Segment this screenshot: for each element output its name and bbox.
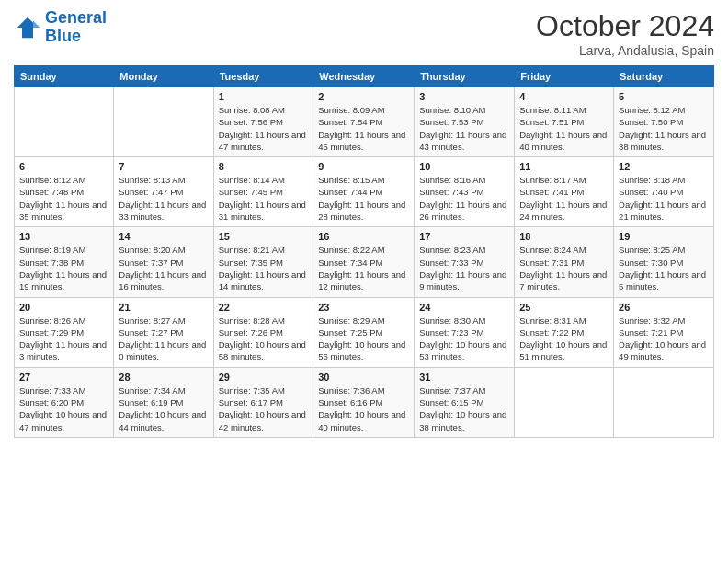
day-number: 17: [419, 231, 509, 242]
day-info: Sunrise: 8:28 AMSunset: 7:26 PMDaylight:…: [219, 315, 309, 363]
table-row: 8Sunrise: 8:14 AMSunset: 7:45 PMDaylight…: [213, 157, 313, 227]
calendar-week-row: 27Sunrise: 7:33 AMSunset: 6:20 PMDayligh…: [15, 367, 714, 437]
calendar-week-row: 6Sunrise: 8:12 AMSunset: 7:48 PMDaylight…: [15, 157, 714, 227]
location-subtitle: Larva, Andalusia, Spain: [536, 43, 714, 58]
day-info: Sunrise: 8:20 AMSunset: 7:37 PMDaylight:…: [119, 244, 208, 293]
day-number: 20: [19, 302, 108, 313]
table-row: 17Sunrise: 8:23 AMSunset: 7:33 PMDayligh…: [415, 227, 515, 297]
day-info: Sunrise: 8:12 AMSunset: 7:50 PMDaylight:…: [619, 104, 709, 153]
logo-general: General: [45, 8, 107, 27]
day-number: 21: [119, 302, 208, 313]
table-row: 30Sunrise: 7:36 AMSunset: 6:16 PMDayligh…: [313, 367, 415, 437]
table-row: 24Sunrise: 8:30 AMSunset: 7:23 PMDayligh…: [415, 297, 515, 367]
table-row: 15Sunrise: 8:21 AMSunset: 7:35 PMDayligh…: [213, 227, 313, 297]
table-row: 20Sunrise: 8:26 AMSunset: 7:29 PMDayligh…: [15, 297, 114, 367]
day-info: Sunrise: 8:08 AMSunset: 7:56 PMDaylight:…: [219, 104, 309, 153]
day-number: 6: [19, 161, 108, 172]
day-number: 24: [419, 302, 509, 313]
day-info: Sunrise: 8:26 AMSunset: 7:29 PMDaylight:…: [19, 315, 108, 363]
table-row: 25Sunrise: 8:31 AMSunset: 7:22 PMDayligh…: [515, 297, 614, 367]
day-info: Sunrise: 8:14 AMSunset: 7:45 PMDaylight:…: [219, 174, 309, 223]
table-row: 29Sunrise: 7:35 AMSunset: 6:17 PMDayligh…: [213, 367, 313, 437]
day-info: Sunrise: 8:16 AMSunset: 7:43 PMDaylight:…: [419, 174, 509, 223]
table-row: 21Sunrise: 8:27 AMSunset: 7:27 PMDayligh…: [114, 297, 213, 367]
day-info: Sunrise: 8:22 AMSunset: 7:34 PMDaylight:…: [318, 244, 409, 293]
col-sunday: Sunday: [15, 66, 114, 87]
table-row: 23Sunrise: 8:29 AMSunset: 7:25 PMDayligh…: [313, 297, 415, 367]
col-friday: Friday: [515, 66, 614, 87]
calendar-table: Sunday Monday Tuesday Wednesday Thursday…: [14, 65, 714, 438]
table-row: 2Sunrise: 8:09 AMSunset: 7:54 PMDaylight…: [313, 87, 415, 157]
logo-blue: Blue: [45, 27, 81, 45]
day-number: 2: [318, 91, 409, 102]
day-number: 14: [119, 231, 208, 242]
day-number: 22: [219, 302, 309, 313]
day-number: 13: [19, 231, 108, 242]
table-row: 18Sunrise: 8:24 AMSunset: 7:31 PMDayligh…: [515, 227, 614, 297]
table-row: 28Sunrise: 7:34 AMSunset: 6:19 PMDayligh…: [114, 367, 213, 437]
day-number: 5: [619, 91, 709, 102]
title-block: October 2024 Larva, Andalusia, Spain: [536, 9, 714, 58]
table-row: 16Sunrise: 8:22 AMSunset: 7:34 PMDayligh…: [313, 227, 415, 297]
day-info: Sunrise: 8:31 AMSunset: 7:22 PMDaylight:…: [519, 315, 609, 363]
day-info: Sunrise: 8:09 AMSunset: 7:54 PMDaylight:…: [318, 104, 409, 153]
day-info: Sunrise: 7:35 AMSunset: 6:17 PMDaylight:…: [219, 385, 309, 433]
table-row: 31Sunrise: 7:37 AMSunset: 6:15 PMDayligh…: [415, 367, 515, 437]
day-info: Sunrise: 8:17 AMSunset: 7:41 PMDaylight:…: [519, 174, 609, 223]
table-row: 5Sunrise: 8:12 AMSunset: 7:50 PMDaylight…: [614, 87, 714, 157]
logo-icon: [14, 14, 41, 41]
day-number: 25: [519, 302, 609, 313]
day-info: Sunrise: 7:33 AMSunset: 6:20 PMDaylight:…: [19, 385, 108, 433]
table-row: 11Sunrise: 8:17 AMSunset: 7:41 PMDayligh…: [515, 157, 614, 227]
day-number: 10: [419, 161, 509, 172]
table-row: 9Sunrise: 8:15 AMSunset: 7:44 PMDaylight…: [313, 157, 415, 227]
page: General Blue October 2024 Larva, Andalus…: [0, 0, 728, 563]
col-tuesday: Tuesday: [213, 66, 313, 87]
day-number: 26: [619, 302, 709, 313]
day-number: 23: [318, 302, 409, 313]
table-row: [515, 367, 614, 437]
table-row: 13Sunrise: 8:19 AMSunset: 7:38 PMDayligh…: [15, 227, 114, 297]
col-monday: Monday: [114, 66, 213, 87]
day-info: Sunrise: 8:30 AMSunset: 7:23 PMDaylight:…: [419, 315, 509, 363]
table-row: 12Sunrise: 8:18 AMSunset: 7:40 PMDayligh…: [614, 157, 714, 227]
day-info: Sunrise: 8:18 AMSunset: 7:40 PMDaylight:…: [619, 174, 709, 223]
day-number: 16: [318, 231, 409, 242]
table-row: 3Sunrise: 8:10 AMSunset: 7:53 PMDaylight…: [415, 87, 515, 157]
day-info: Sunrise: 8:21 AMSunset: 7:35 PMDaylight:…: [219, 244, 309, 293]
day-number: 29: [219, 372, 309, 383]
table-row: 4Sunrise: 8:11 AMSunset: 7:51 PMDaylight…: [515, 87, 614, 157]
svg-marker-1: [33, 20, 40, 28]
day-info: Sunrise: 7:34 AMSunset: 6:19 PMDaylight:…: [119, 385, 208, 433]
day-number: 11: [519, 161, 609, 172]
day-number: 4: [519, 91, 609, 102]
day-info: Sunrise: 7:37 AMSunset: 6:15 PMDaylight:…: [419, 385, 509, 433]
table-row: [114, 87, 213, 157]
table-row: 22Sunrise: 8:28 AMSunset: 7:26 PMDayligh…: [213, 297, 313, 367]
month-year-title: October 2024: [536, 9, 714, 43]
table-row: 19Sunrise: 8:25 AMSunset: 7:30 PMDayligh…: [614, 227, 714, 297]
table-row: [15, 87, 114, 157]
day-number: 9: [318, 161, 409, 172]
col-wednesday: Wednesday: [313, 66, 415, 87]
day-number: 28: [119, 372, 208, 383]
col-thursday: Thursday: [415, 66, 515, 87]
table-row: 26Sunrise: 8:32 AMSunset: 7:21 PMDayligh…: [614, 297, 714, 367]
day-number: 1: [219, 91, 309, 102]
day-number: 15: [219, 231, 309, 242]
table-row: [614, 367, 714, 437]
day-number: 7: [119, 161, 208, 172]
table-row: 1Sunrise: 8:08 AMSunset: 7:56 PMDaylight…: [213, 87, 313, 157]
calendar-week-row: 13Sunrise: 8:19 AMSunset: 7:38 PMDayligh…: [15, 227, 714, 297]
day-number: 3: [419, 91, 509, 102]
day-info: Sunrise: 8:19 AMSunset: 7:38 PMDaylight:…: [19, 244, 108, 293]
day-number: 19: [619, 231, 709, 242]
day-number: 27: [19, 372, 108, 383]
col-saturday: Saturday: [614, 66, 714, 87]
day-info: Sunrise: 8:23 AMSunset: 7:33 PMDaylight:…: [419, 244, 509, 293]
day-info: Sunrise: 8:12 AMSunset: 7:48 PMDaylight:…: [19, 174, 108, 223]
logo-text: General Blue: [45, 9, 107, 46]
day-info: Sunrise: 8:15 AMSunset: 7:44 PMDaylight:…: [318, 174, 409, 223]
table-row: 7Sunrise: 8:13 AMSunset: 7:47 PMDaylight…: [114, 157, 213, 227]
header: General Blue October 2024 Larva, Andalus…: [14, 9, 714, 58]
